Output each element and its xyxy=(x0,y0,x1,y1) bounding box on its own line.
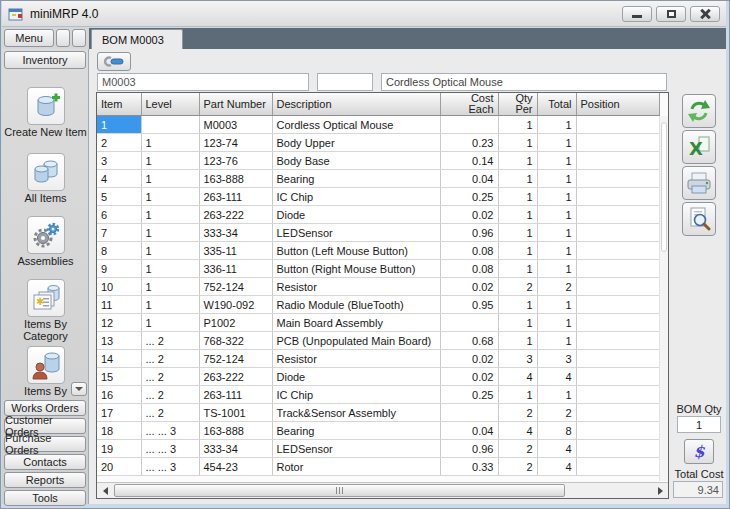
cell[interactable]: 0.04 xyxy=(440,422,498,440)
cell[interactable]: 123-74 xyxy=(199,134,272,152)
table-row[interactable]: 71333-34LEDSensor0.9611 xyxy=(97,224,659,242)
cell[interactable]: 13 xyxy=(97,332,141,350)
cell[interactable]: 1 xyxy=(97,116,141,134)
cell[interactable]: 0.95 xyxy=(440,296,498,314)
cell[interactable]: 0.02 xyxy=(440,206,498,224)
cell[interactable]: 2 xyxy=(498,458,537,476)
table-row[interactable]: 31123-76Body Base0.1411 xyxy=(97,152,659,170)
sidebar-item-reports[interactable]: Reports xyxy=(4,472,86,488)
assemblies-button[interactable] xyxy=(27,216,65,254)
sidebar-item-tools[interactable]: Tools xyxy=(4,490,86,506)
cell[interactable]: 3 xyxy=(97,152,141,170)
column-header-qty-per[interactable]: Qty Per xyxy=(498,93,537,116)
menu-button[interactable]: Menu xyxy=(4,29,54,47)
total-cost-value[interactable] xyxy=(673,481,723,498)
cell[interactable]: 12 xyxy=(97,314,141,332)
cell[interactable] xyxy=(576,350,659,368)
cell[interactable]: Body Upper xyxy=(272,134,440,152)
close-button[interactable] xyxy=(690,6,720,22)
cell[interactable]: Radio Module (BlueTooth) xyxy=(272,296,440,314)
cell[interactable]: 2 xyxy=(97,134,141,152)
menu-extra-button-2[interactable] xyxy=(72,29,86,47)
cell[interactable] xyxy=(440,314,498,332)
cell[interactable]: P1002 xyxy=(199,314,272,332)
cell[interactable] xyxy=(576,260,659,278)
cell[interactable] xyxy=(576,224,659,242)
cell[interactable]: 333-34 xyxy=(199,224,272,242)
tab-bom-m0003[interactable]: BOM M0003 xyxy=(91,29,183,49)
cell[interactable]: LEDSensor xyxy=(272,440,440,458)
cell[interactable] xyxy=(576,314,659,332)
items-by-button[interactable] xyxy=(27,346,65,384)
cell[interactable] xyxy=(440,404,498,422)
cell[interactable]: Diode xyxy=(272,368,440,386)
cell[interactable]: 7 xyxy=(97,224,141,242)
cell[interactable] xyxy=(576,332,659,350)
cell[interactable]: 1 xyxy=(141,188,199,206)
cell[interactable]: 2 xyxy=(537,404,576,422)
cell[interactable]: 335-11 xyxy=(199,242,272,260)
sidebar-item-contacts[interactable]: Contacts xyxy=(4,454,86,470)
cell[interactable]: 1 xyxy=(498,170,537,188)
cell[interactable] xyxy=(576,134,659,152)
cell[interactable]: Bearing xyxy=(272,422,440,440)
cell[interactable]: 3 xyxy=(537,350,576,368)
cell[interactable]: 0.02 xyxy=(440,368,498,386)
table-row[interactable]: 13... 2768-322PCB (Unpopulated Main Boar… xyxy=(97,332,659,350)
cell[interactable]: 2 xyxy=(537,278,576,296)
table-row[interactable]: 1M0003Cordless Optical Mouse11 xyxy=(97,116,659,134)
cell[interactable]: ... 2 xyxy=(141,350,199,368)
cell[interactable]: 0.68 xyxy=(440,332,498,350)
cell[interactable]: Diode xyxy=(272,206,440,224)
cell[interactable]: 1 xyxy=(537,260,576,278)
all-items-button[interactable] xyxy=(27,153,65,191)
cell[interactable]: Body Base xyxy=(272,152,440,170)
cell[interactable]: 1 xyxy=(141,206,199,224)
description-field[interactable] xyxy=(381,73,667,91)
cell[interactable]: M0003 xyxy=(199,116,272,134)
cell[interactable]: ... 2 xyxy=(141,368,199,386)
refresh-button[interactable] xyxy=(682,94,716,128)
part-number-field[interactable] xyxy=(97,73,309,91)
column-header-position[interactable]: Position xyxy=(576,93,659,116)
column-header-total[interactable]: Total xyxy=(537,93,576,116)
table-row[interactable]: 91336-11Button (Right Mouse Button)0.081… xyxy=(97,260,659,278)
cell[interactable]: 14 xyxy=(97,350,141,368)
cell[interactable] xyxy=(576,296,659,314)
cell[interactable]: 11 xyxy=(97,296,141,314)
cell[interactable]: 1 xyxy=(537,224,576,242)
cell[interactable]: 1 xyxy=(141,296,199,314)
cell[interactable]: IC Chip xyxy=(272,188,440,206)
cell[interactable]: 1 xyxy=(537,116,576,134)
column-header-level[interactable]: Level xyxy=(141,93,199,116)
print-preview-button[interactable] xyxy=(682,202,716,236)
cell[interactable] xyxy=(576,278,659,296)
cell[interactable]: 1 xyxy=(141,242,199,260)
cell[interactable]: Resistor xyxy=(272,278,440,296)
sidebar-item-create-new-item[interactable]: Create New Item xyxy=(2,87,89,139)
cell[interactable]: 1 xyxy=(498,314,537,332)
cell[interactable]: 336-11 xyxy=(199,260,272,278)
table-row[interactable]: 21123-74Body Upper0.2311 xyxy=(97,134,659,152)
calculate-cost-button[interactable]: $ xyxy=(684,439,714,464)
cell[interactable]: 1 xyxy=(498,188,537,206)
cell[interactable]: Bearing xyxy=(272,170,440,188)
column-header-item[interactable]: Item xyxy=(97,93,141,116)
table-row[interactable]: 20... ... 3454-23Rotor0.3324 xyxy=(97,458,659,476)
scroll-left-button[interactable] xyxy=(97,483,113,498)
cell[interactable]: 1 xyxy=(537,134,576,152)
cell[interactable]: 0.02 xyxy=(440,278,498,296)
cell[interactable]: 5 xyxy=(97,188,141,206)
cell[interactable]: 768-322 xyxy=(199,332,272,350)
cell[interactable]: 1 xyxy=(141,278,199,296)
cell[interactable]: 1 xyxy=(498,152,537,170)
cell[interactable]: 3 xyxy=(498,350,537,368)
cell[interactable]: 4 xyxy=(97,170,141,188)
cell[interactable] xyxy=(576,206,659,224)
menu-extra-button-1[interactable] xyxy=(56,29,70,47)
cell[interactable]: 0.23 xyxy=(440,134,498,152)
cell[interactable] xyxy=(440,116,498,134)
cell[interactable]: 1 xyxy=(498,242,537,260)
cell[interactable]: 2 xyxy=(498,404,537,422)
table-row[interactable]: 121P1002Main Board Assembly11 xyxy=(97,314,659,332)
